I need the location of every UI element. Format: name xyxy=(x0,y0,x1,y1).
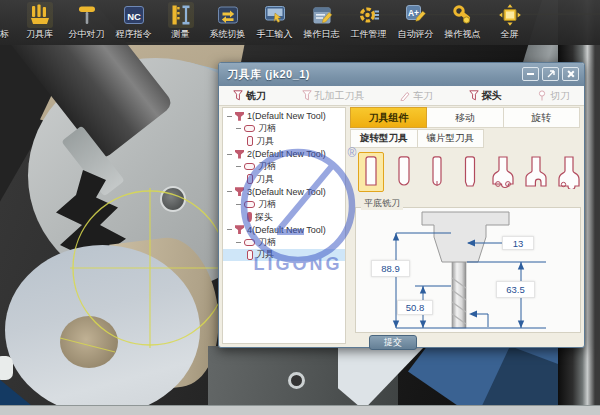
operation-log-icon xyxy=(309,2,335,28)
minimize-button[interactable] xyxy=(522,67,539,81)
coordinate-icon xyxy=(0,2,16,28)
toolbar-item-system-switch[interactable]: 系统切换 xyxy=(204,0,251,39)
toolbar-item-operation-log[interactable]: 操作日志 xyxy=(298,0,345,39)
tab-label: 移动 xyxy=(455,111,475,125)
tool-shape-ball-nose[interactable] xyxy=(424,152,450,192)
tool-library-icon xyxy=(27,2,53,28)
tool-library-dialog: 刀具库 (jk20_1) 铣刀 孔加工刀具 车刀 xyxy=(218,62,585,348)
tree-item-label: 刀具 xyxy=(256,248,274,261)
funnel-icon xyxy=(233,90,243,101)
toolbar-item-nc-program[interactable]: NC 程序指令 xyxy=(110,0,157,39)
collapse-icon[interactable] xyxy=(235,239,242,246)
tab-rotate[interactable]: 旋转 xyxy=(504,107,580,128)
tool-group-label: 平底铣刀 xyxy=(361,197,403,210)
component-tabs: 刀具组件 移动 旋转 xyxy=(350,107,580,128)
toolbar-item-centering[interactable]: 分中对刀 xyxy=(63,0,110,39)
tree-item-label: 4(Default New Tool) xyxy=(247,225,326,235)
tab-move[interactable]: 移动 xyxy=(427,107,503,128)
dimension-diameter: 13 xyxy=(502,236,534,250)
tab-turning-tool[interactable]: 车刀 xyxy=(400,89,433,103)
tool-shape-ball-end-mill[interactable] xyxy=(391,152,417,192)
toolbar-item-workpiece-manage[interactable]: 工件管理 xyxy=(345,0,392,39)
main-toolbar: 标 刀具库 分中对刀 NC 程序指令 xyxy=(0,0,600,45)
tree-item-label: 2(Default New Tool) xyxy=(247,149,326,159)
close-icon xyxy=(567,70,575,78)
cutter-node-icon xyxy=(247,136,253,146)
toolbar-item-coordinate[interactable]: 标 xyxy=(0,0,16,39)
tree-item[interactable]: 探头 xyxy=(223,211,345,224)
holder-node-icon xyxy=(244,201,255,208)
tab-label: 铣刀 xyxy=(246,89,266,103)
tool-shape-dovetail-cutter[interactable] xyxy=(523,152,549,192)
app-window: 标 刀具库 分中对刀 NC 程序指令 xyxy=(0,0,600,415)
tool-shape-flat-end-mill[interactable] xyxy=(358,152,384,192)
svg-text:A+: A+ xyxy=(407,8,418,18)
collapse-icon[interactable] xyxy=(235,163,242,170)
tab-label: 孔加工刀具 xyxy=(315,89,365,103)
measure-icon xyxy=(168,2,194,28)
maximize-arrow-icon xyxy=(546,69,556,79)
tab-cutoff-tool[interactable]: 切刀 xyxy=(537,89,570,103)
toolbar-item-measure[interactable]: 测量 xyxy=(157,0,204,39)
tab-label: 旋转 xyxy=(531,111,551,125)
holder-node-icon xyxy=(244,125,255,132)
tree-item[interactable]: 刀柄 xyxy=(223,198,345,211)
toolbar-item-label: 系统切换 xyxy=(210,29,246,39)
pin-icon xyxy=(537,90,547,101)
tab-milling-cutter[interactable]: 铣刀 xyxy=(233,89,266,103)
tree-item[interactable]: 1(Default New Tool) xyxy=(223,110,345,123)
tree-item[interactable]: 3(Default New Tool) xyxy=(223,186,345,199)
toolbar-item-label: 工件管理 xyxy=(351,29,387,39)
probe-node-icon xyxy=(247,212,252,222)
dialog-titlebar[interactable]: 刀具库 (jk20_1) xyxy=(219,63,584,86)
toolbar-item-label: 手工输入 xyxy=(257,29,293,39)
collapse-icon[interactable] xyxy=(235,201,242,208)
tree-item[interactable]: 刀柄 xyxy=(223,236,345,249)
tab-label: 旋转型刀具 xyxy=(360,132,408,145)
tree-item[interactable]: 刀柄 xyxy=(223,123,345,136)
funnel-icon xyxy=(469,90,479,101)
toolbar-item-tool-library[interactable]: 刀具库 xyxy=(16,0,63,39)
collapse-icon[interactable] xyxy=(226,226,233,233)
maximize-button[interactable] xyxy=(542,67,559,81)
tree-item-selected[interactable]: 刀具 xyxy=(223,249,345,262)
tool-category-tabs: 铣刀 孔加工刀具 车刀 探头 切刀 xyxy=(219,86,584,106)
tab-insert-tools[interactable]: 镶片型刀具 xyxy=(418,129,485,148)
tree-item[interactable]: 刀具 xyxy=(223,135,345,148)
submit-button[interactable]: 提交 xyxy=(369,335,417,350)
toolbar-item-auto-score[interactable]: A+ 自动评分 xyxy=(392,0,439,39)
toolbar-item-label: 操作日志 xyxy=(304,29,340,39)
collapse-icon[interactable] xyxy=(235,125,242,132)
toolbar-item-label: 自动评分 xyxy=(398,29,434,39)
toolbar-item-label: 刀具库 xyxy=(26,29,53,39)
tree-item[interactable]: 2(Default New Tool) xyxy=(223,148,345,161)
toolbar-item-manual-input[interactable]: 手工输入 xyxy=(251,0,298,39)
tool-shape-tapered-mill[interactable] xyxy=(457,152,483,192)
tab-tool-components[interactable]: 刀具组件 xyxy=(350,107,427,128)
tool-node-icon xyxy=(235,112,244,121)
tree-item-label: 刀柄 xyxy=(258,198,276,211)
tool-shape-t-slot-cutter[interactable] xyxy=(490,152,516,192)
tab-rotary-tools[interactable]: 旋转型刀具 xyxy=(350,129,418,148)
tab-probe[interactable]: 探头 xyxy=(469,89,502,103)
collapse-icon[interactable] xyxy=(226,113,233,120)
tree-item[interactable]: 刀柄 xyxy=(223,160,345,173)
tab-label: 切刀 xyxy=(550,89,570,103)
tree-item-label: 刀具 xyxy=(256,173,274,186)
system-switch-icon xyxy=(215,2,241,28)
tool-shape-flange-cutter[interactable] xyxy=(556,152,581,192)
holder-node-icon xyxy=(244,163,255,170)
collapse-icon[interactable] xyxy=(226,151,233,158)
tab-label: 镶片型刀具 xyxy=(427,132,475,145)
toolbar-item-fullscreen[interactable]: 全屏 xyxy=(486,0,533,39)
cutter-node-icon xyxy=(247,174,253,184)
tree-item[interactable]: 刀具 xyxy=(223,173,345,186)
tree-item[interactable]: 4(Default New Tool) xyxy=(223,223,345,236)
tree-item-label: 刀具 xyxy=(256,135,274,148)
dimension-stickout-length: 63.5 xyxy=(496,281,535,298)
tree-item-label: 刀柄 xyxy=(258,122,276,135)
toolbar-item-viewpoint[interactable]: 操作视点 xyxy=(439,0,486,39)
tab-hole-tools[interactable]: 孔加工刀具 xyxy=(302,89,365,103)
collapse-icon[interactable] xyxy=(226,188,233,195)
close-button[interactable] xyxy=(562,67,579,81)
